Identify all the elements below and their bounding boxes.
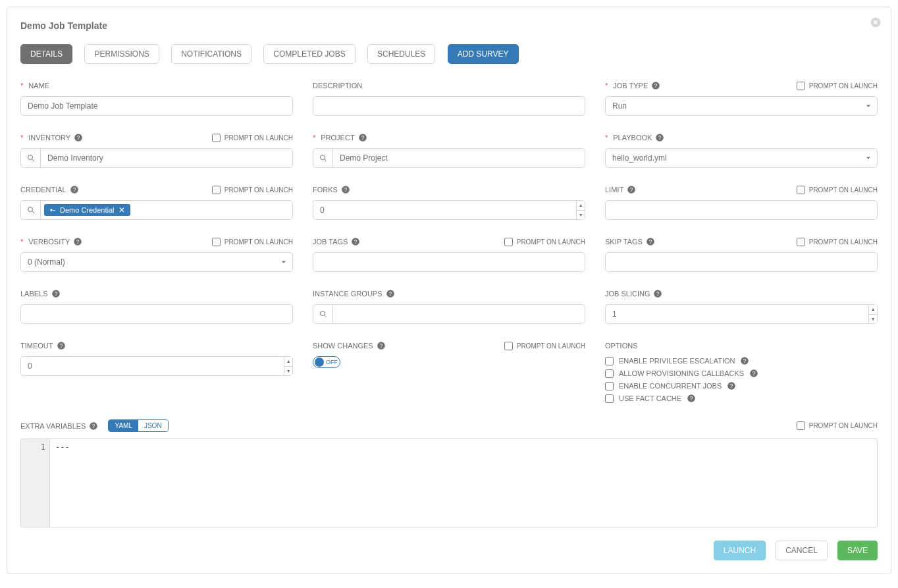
extra-vars-label: EXTRA VARIABLES ? [20, 421, 98, 431]
prompt-extra-vars[interactable]: PROMPT ON LAUNCH [797, 421, 878, 430]
help-icon[interactable]: ? [377, 341, 386, 350]
svg-text:?: ? [92, 423, 95, 429]
slicing-up[interactable]: ▲ [869, 305, 877, 315]
prompt-show-changes[interactable]: PROMPT ON LAUNCH [504, 342, 585, 350]
svg-text:?: ? [77, 135, 80, 141]
svg-text:?: ? [344, 187, 348, 193]
tab-schedules[interactable]: SCHEDULES [367, 44, 435, 64]
limit-input[interactable] [605, 200, 878, 220]
help-icon[interactable]: ? [351, 237, 360, 246]
verbosity-select[interactable]: 0 (Normal) [20, 252, 293, 272]
help-icon[interactable]: ? [727, 381, 736, 390]
name-input[interactable] [20, 96, 293, 116]
editor-body[interactable]: --- [50, 439, 877, 527]
option-fact-cache[interactable]: USE FACT CACHE ? [605, 394, 878, 403]
svg-line-16 [32, 211, 34, 213]
yaml-button[interactable]: YAML [109, 420, 138, 431]
credential-tag[interactable]: Demo Credential ✕ [44, 204, 130, 216]
add-survey-button[interactable]: ADD SURVEY [448, 44, 519, 64]
help-icon[interactable]: ? [51, 289, 61, 298]
instance-groups-lookup-button[interactable] [313, 304, 332, 324]
prompt-inventory[interactable]: PROMPT ON LAUNCH [212, 134, 293, 142]
job-slicing-input[interactable] [605, 304, 868, 324]
credential-tags[interactable]: Demo Credential ✕ [40, 200, 293, 220]
svg-text:?: ? [379, 343, 383, 349]
prompt-skip-tags[interactable]: PROMPT ON LAUNCH [797, 238, 878, 246]
close-icon [870, 17, 881, 28]
project-label: *PROJECT ? [313, 133, 367, 142]
search-icon [27, 154, 35, 162]
svg-line-10 [324, 159, 326, 161]
slicing-down[interactable]: ▼ [869, 315, 877, 324]
prompt-job-type[interactable]: PROMPT ON LAUNCH [797, 82, 878, 90]
help-icon[interactable]: ? [341, 185, 350, 194]
forks-down[interactable]: ▼ [577, 211, 585, 220]
skip-tags-label: SKIP TAGS ? [605, 237, 655, 246]
help-icon[interactable]: ? [655, 133, 664, 142]
timeout-down[interactable]: ▼ [284, 367, 292, 376]
help-icon[interactable]: ? [740, 356, 749, 365]
help-icon[interactable]: ? [687, 394, 696, 403]
tab-details[interactable]: DETAILS [20, 44, 72, 64]
tab-permissions[interactable]: PERMISSIONS [84, 44, 159, 64]
help-icon[interactable]: ? [627, 185, 636, 194]
inventory-input[interactable] [40, 148, 293, 168]
tab-completed-jobs[interactable]: COMPLETED JOBS [263, 44, 355, 64]
timeout-up[interactable]: ▲ [284, 357, 292, 367]
tab-notifications[interactable]: NOTIFICATIONS [171, 44, 251, 64]
description-input[interactable] [313, 96, 585, 116]
timeout-label: TIMEOUT ? [20, 341, 66, 350]
option-concurrent[interactable]: ENABLE CONCURRENT JOBS ? [605, 381, 878, 390]
extra-vars-editor[interactable]: 1 --- [20, 439, 878, 527]
prompt-credential[interactable]: PROMPT ON LAUNCH [212, 186, 293, 194]
project-input[interactable] [332, 148, 585, 168]
forks-input[interactable] [313, 200, 576, 220]
option-priv-esc[interactable]: ENABLE PRIVILEGE ESCALATION ? [605, 356, 878, 365]
labels-input[interactable] [20, 304, 293, 324]
svg-text:?: ? [72, 187, 76, 193]
show-changes-toggle[interactable]: OFF [313, 356, 340, 368]
prompt-verbosity[interactable]: PROMPT ON LAUNCH [212, 238, 293, 246]
svg-text:?: ? [654, 83, 658, 89]
help-icon[interactable]: ? [89, 421, 98, 431]
credential-label: CREDENTIAL ? [20, 185, 79, 194]
help-icon[interactable]: ? [70, 185, 79, 194]
svg-text:?: ? [76, 239, 80, 245]
playbook-select[interactable]: hello_world.yml [605, 148, 878, 168]
show-changes-label: SHOW CHANGES ? [313, 341, 386, 350]
forks-up[interactable]: ▲ [577, 201, 585, 211]
help-icon[interactable]: ? [653, 289, 662, 298]
syntax-toggle[interactable]: YAML JSON [108, 419, 168, 432]
help-icon[interactable]: ? [74, 133, 83, 142]
svg-text:?: ? [59, 343, 63, 349]
remove-tag-icon[interactable]: ✕ [119, 205, 125, 215]
save-button[interactable]: SAVE [837, 541, 878, 560]
launch-button[interactable]: LAUNCH [714, 541, 766, 560]
name-label: *NAME [20, 82, 49, 90]
job-type-select[interactable]: Run [605, 96, 878, 116]
instance-groups-input[interactable] [332, 304, 585, 324]
cancel-button[interactable]: CANCEL [776, 541, 828, 560]
prompt-limit[interactable]: PROMPT ON LAUNCH [797, 186, 878, 194]
help-icon[interactable]: ? [749, 369, 758, 378]
help-icon[interactable]: ? [386, 289, 395, 298]
skip-tags-input[interactable] [605, 252, 878, 272]
job-tags-input[interactable] [313, 252, 585, 272]
prompt-job-tags[interactable]: PROMPT ON LAUNCH [504, 238, 585, 246]
svg-point-15 [28, 207, 32, 212]
help-icon[interactable]: ? [358, 133, 367, 142]
svg-point-5 [28, 155, 32, 160]
credential-lookup-button[interactable] [20, 200, 40, 220]
help-icon[interactable]: ? [651, 81, 660, 90]
help-icon[interactable]: ? [57, 341, 66, 350]
svg-text:?: ? [54, 291, 57, 297]
help-icon[interactable]: ? [73, 237, 82, 246]
labels-label: LABELS ? [20, 289, 61, 298]
close-button[interactable] [870, 17, 881, 31]
help-icon[interactable]: ? [646, 237, 655, 246]
json-button[interactable]: JSON [138, 420, 168, 431]
inventory-lookup-button[interactable] [20, 148, 40, 168]
timeout-input[interactable] [20, 356, 284, 376]
option-callbacks[interactable]: ALLOW PROVISIONING CALLBACKS ? [605, 369, 878, 378]
project-lookup-button[interactable] [313, 148, 332, 168]
